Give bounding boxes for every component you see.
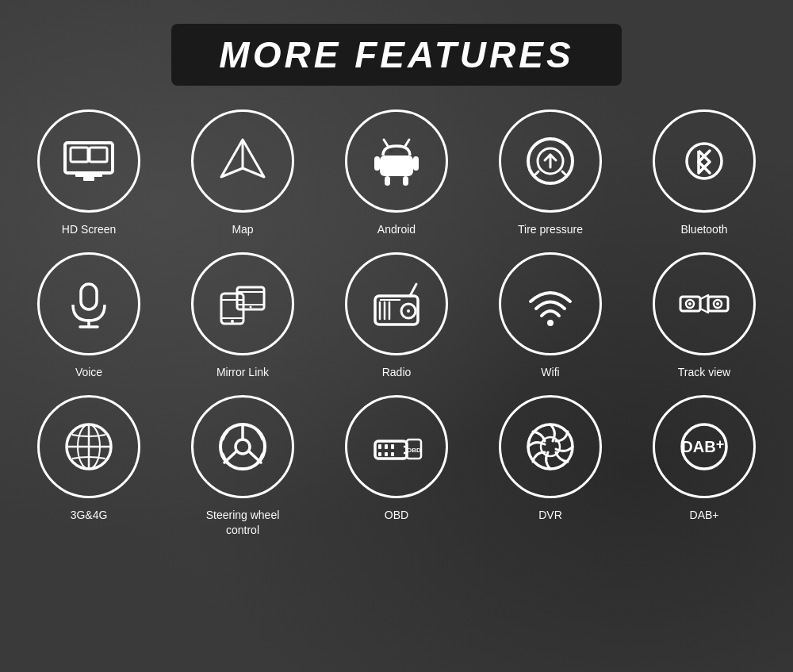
features-grid: HD Screen Map	[16, 109, 777, 537]
steering-wheel-label: Steering wheelcontrol	[206, 508, 280, 536]
feature-dab: DAB + DAB+	[631, 395, 777, 536]
svg-rect-14	[385, 176, 390, 186]
dab-label: DAB+	[690, 508, 719, 522]
steering-icon	[215, 419, 270, 474]
svg-rect-58	[378, 452, 381, 456]
svg-rect-56	[385, 444, 388, 449]
svg-point-44	[716, 302, 719, 305]
feature-3g4g: 3G&4G	[16, 395, 162, 536]
feature-wifi: Wifi	[477, 252, 623, 379]
svg-line-36	[410, 284, 416, 296]
svg-text:+: +	[716, 436, 725, 452]
tire-icon	[523, 133, 578, 189]
radio-icon	[369, 276, 424, 332]
microphone-icon	[61, 276, 117, 332]
svg-line-9	[405, 140, 409, 146]
globe-icon	[61, 419, 117, 474]
steering-icon-circle	[191, 395, 294, 498]
wifi-icon-circle	[499, 252, 602, 355]
svg-line-8	[384, 140, 388, 146]
obd-label: OBD	[385, 508, 408, 522]
feature-mirror-link: Mirror Link	[170, 252, 316, 379]
mirror-link-label: Mirror Link	[216, 365, 269, 379]
svg-point-38	[547, 320, 554, 326]
feature-bluetooth: Bluetooth	[631, 109, 777, 236]
svg-rect-57	[391, 444, 394, 449]
svg-text:DAB: DAB	[681, 438, 715, 455]
dvr-icon	[523, 419, 578, 474]
svg-rect-19	[81, 284, 97, 309]
svg-text:OBD: OBD	[407, 447, 421, 454]
voice-icon-circle	[37, 252, 140, 355]
3g4g-label: 3G&4G	[71, 508, 108, 522]
feature-dvr: DVR	[477, 395, 623, 536]
voice-label: Voice	[75, 365, 102, 379]
radio-label: Radio	[382, 365, 412, 379]
svg-rect-55	[378, 444, 381, 449]
android-label: Android	[377, 222, 416, 236]
svg-point-25	[231, 320, 234, 323]
bluetooth-icon-circle	[653, 109, 756, 213]
page-title: MORE FEATURES	[219, 33, 573, 76]
svg-rect-59	[385, 452, 388, 456]
svg-rect-13	[413, 156, 419, 171]
svg-rect-12	[374, 156, 380, 171]
dab-icon-circle: DAB +	[653, 395, 756, 498]
dvr-icon-circle	[499, 395, 602, 498]
feature-obd: OBD OBD	[324, 395, 469, 536]
screen-icon	[61, 133, 117, 189]
track-icon	[676, 276, 732, 332]
map-label: Map	[232, 222, 253, 236]
feature-radio: Radio	[324, 252, 469, 379]
svg-rect-7	[380, 156, 413, 176]
obd-icon-circle: OBD	[345, 395, 448, 498]
globe-icon-circle	[37, 395, 140, 498]
svg-point-41	[688, 302, 691, 305]
tire-pressure-icon-circle	[499, 109, 602, 213]
wifi-label: Wifi	[541, 365, 559, 379]
svg-point-10	[389, 149, 393, 153]
bluetooth-icon	[676, 133, 732, 189]
mirror-icon	[215, 276, 270, 332]
mirror-link-icon-circle	[191, 252, 294, 355]
feature-track-view: Track view	[631, 252, 777, 379]
svg-point-11	[400, 149, 404, 153]
dvr-label: DVR	[538, 508, 562, 522]
radio-icon-circle	[345, 252, 448, 355]
svg-rect-3	[71, 148, 88, 162]
obd-icon: OBD	[369, 419, 424, 474]
hd-screen-icon-circle	[37, 109, 140, 213]
svg-rect-4	[90, 148, 107, 162]
svg-rect-15	[403, 176, 408, 186]
android-icon	[369, 133, 424, 189]
tire-pressure-label: Tire pressure	[518, 222, 583, 236]
dab-icon: DAB +	[676, 419, 732, 474]
track-view-icon-circle	[653, 252, 756, 355]
bluetooth-label: Bluetooth	[680, 222, 727, 236]
svg-point-35	[407, 309, 410, 313]
map-icon-circle	[191, 109, 294, 213]
feature-voice: Voice	[16, 252, 162, 379]
android-icon-circle	[345, 109, 448, 213]
svg-rect-60	[391, 452, 394, 456]
svg-point-18	[687, 144, 722, 179]
feature-map: Map	[170, 109, 316, 236]
svg-rect-2	[83, 177, 94, 181]
map-icon	[215, 133, 270, 189]
title-banner: MORE FEATURES	[171, 24, 621, 86]
track-view-label: Track view	[678, 365, 730, 379]
wifi-icon	[523, 276, 578, 332]
svg-point-29	[250, 306, 252, 309]
feature-hd-screen: HD Screen	[16, 109, 162, 236]
feature-tire-pressure: Tire pressure	[477, 109, 623, 236]
hd-screen-label: HD Screen	[62, 222, 116, 236]
svg-rect-1	[75, 173, 102, 177]
feature-steering-wheel: Steering wheelcontrol	[170, 395, 316, 536]
feature-android: Android	[324, 109, 469, 236]
